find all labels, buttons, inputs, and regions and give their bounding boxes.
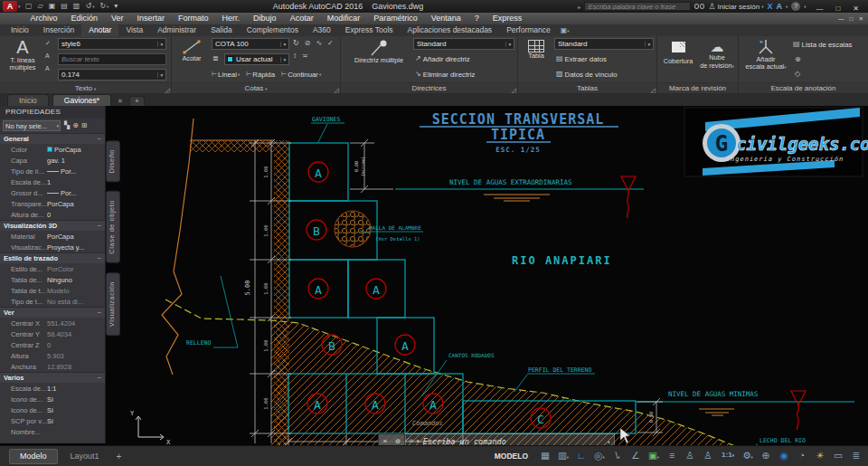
property-row[interactable]: Altura5.903 [0, 350, 105, 361]
texto-launcher-icon[interactable]: ◿ [165, 87, 170, 94]
revision-panel-footer[interactable]: Marca de revisión [657, 82, 738, 93]
model-tab[interactable]: Modelo [9, 449, 58, 464]
ribbon-tab-a360[interactable]: A360 [306, 24, 338, 36]
ribbon-tab-vista[interactable]: Vista [118, 24, 150, 36]
property-row[interactable]: Transpare...PorCapa [0, 198, 105, 209]
property-row[interactable]: Anchura12.8928 [0, 361, 105, 372]
multileader-button[interactable]: Directriz múltiple [348, 39, 410, 64]
annotation-visibility-icon[interactable]: ♙ [681, 445, 699, 466]
property-value[interactable]: Ninguno [47, 276, 105, 284]
property-row[interactable]: SCP por v...Sí [0, 415, 105, 426]
mleader-style-combo[interactable]: Standard▾ [413, 38, 514, 50]
revision-cloud-button[interactable]: ☁ Nube de revisión▾ [698, 39, 736, 70]
linear-dim-button[interactable]: ⊢Lineal▾ [212, 70, 244, 79]
autocad-logo-icon[interactable]: A [3, 1, 17, 12]
ribbon-tab-administrar[interactable]: Administrar [150, 24, 203, 36]
logo-dropdown-icon[interactable]: ▾ [18, 4, 21, 9]
dim-break-icon[interactable]: ⊘ [305, 39, 311, 48]
polar-tracking-icon[interactable]: ◎▾ [590, 445, 609, 466]
isolate-objects-icon[interactable]: ☀ [811, 445, 829, 466]
ribbon-tab-inicio[interactable]: Inicio [4, 24, 36, 36]
cotas-panel-footer[interactable]: Cotas▾ [172, 82, 340, 93]
continue-dim-button[interactable]: ⊢Continuar▾ [281, 70, 326, 79]
close-button[interactable]: ✕ [846, 5, 865, 13]
property-row[interactable]: Nombre... [0, 426, 105, 437]
command-close-icon[interactable]: ✕ [383, 437, 388, 445]
menu-dibujo[interactable]: Dibujo [247, 13, 284, 24]
collapse-icon[interactable]: − [98, 134, 101, 145]
plot-icon[interactable]: ▥ [71, 1, 82, 12]
new-layout-button[interactable]: + [112, 452, 127, 461]
property-section-header[interactable]: General− [0, 133, 105, 144]
find-text-input[interactable] [58, 53, 166, 65]
qnew-icon[interactable]: ▢ [24, 1, 35, 12]
property-row[interactable]: MaterialPorCapa [0, 231, 105, 242]
property-value[interactable]: Sí [47, 417, 105, 425]
redo-icon[interactable]: ↻▾ [98, 1, 111, 13]
escala-panel-footer[interactable]: Escala de anotación [739, 82, 868, 93]
property-value[interactable]: 1:1 [47, 385, 105, 393]
collapse-icon[interactable]: − [98, 221, 101, 232]
property-row[interactable]: Tabla de...Ninguno [0, 274, 105, 285]
acotar-button[interactable]: Acotar [175, 39, 209, 62]
a360-icon[interactable]: A [776, 2, 782, 11]
property-row[interactable]: Centrar Y58.4034 [0, 328, 105, 339]
add-leader-button[interactable]: ↗ Añadir directriz [415, 54, 470, 63]
help-search-input[interactable] [584, 2, 691, 11]
table-style-combo[interactable]: Standard▾ [554, 38, 654, 50]
annotation-autoscale-icon[interactable]: ♙ [699, 445, 717, 466]
menu-edicion[interactable]: Edición [64, 13, 105, 24]
menu-acotar[interactable]: Acotar [283, 13, 320, 24]
dim-update-icon[interactable]: ↻ [293, 39, 299, 48]
find-text-icon[interactable]: A [45, 52, 51, 61]
doc-tab-gaviones[interactable]: Gaviones* [52, 94, 111, 106]
property-value[interactable]: 1 [47, 178, 105, 186]
texto-panel-footer[interactable]: Texto▾ [0, 82, 171, 93]
property-row[interactable]: Escala de...1:1 [0, 383, 105, 394]
hardware-acceleration-icon[interactable]: ◉ [775, 445, 793, 466]
property-value[interactable]: Por... [47, 189, 105, 197]
dim-layer-combo[interactable]: Usar actual▾ [224, 53, 289, 65]
clean-screen-icon[interactable]: ▭ [829, 445, 847, 466]
property-value[interactable]: 551.4204 [47, 319, 105, 328]
signin-button[interactable]: ♙ Iniciar sesión ▾ [708, 2, 763, 11]
text-style-combo[interactable]: style6▾ [58, 38, 166, 50]
menu-ver[interactable]: Ver [105, 13, 131, 24]
property-value[interactable]: PorCapa [47, 200, 105, 208]
menu-archivo[interactable]: Archivo [24, 13, 64, 24]
property-value[interactable]: 0 [47, 341, 105, 349]
property-row[interactable]: Visualizac...Proyecta y... [0, 242, 105, 252]
ribbon-tab-aplicaciones[interactable]: Aplicaciones destacadas [401, 24, 500, 36]
property-row[interactable]: Capagav. 1 [0, 155, 105, 166]
cotas-launcher-icon[interactable]: ◿ [335, 87, 339, 94]
property-value[interactable]: 0 [47, 211, 105, 219]
isodraft-icon[interactable]: \▾ [609, 445, 627, 466]
menu-modificar[interactable]: Modificar [320, 13, 367, 24]
dim-style-combo[interactable]: COTA 100▾ [212, 38, 289, 50]
property-section-header[interactable]: Visualización 3D− [0, 220, 105, 231]
sync-scales-icon[interactable]: ◇ [795, 70, 800, 79]
drawing-canvas[interactable]: A B A A B A A A A C [0, 106, 868, 445]
property-value[interactable]: Sí [47, 395, 105, 404]
collapse-icon[interactable]: − [98, 253, 101, 264]
ribbon-tab-express-tools[interactable]: Express Tools [338, 24, 401, 36]
collapse-icon[interactable]: − [98, 373, 101, 384]
property-row[interactable]: Centrar Z0 [0, 339, 105, 350]
selection-combo[interactable]: No hay sele...▾ [3, 120, 61, 131]
property-row[interactable]: Tipo de t...No está di... [0, 296, 105, 307]
ribbon-tab-complementos[interactable]: Complementos [240, 24, 306, 36]
restore-button[interactable]: □ [829, 5, 846, 13]
workspace-switch-icon[interactable]: ⚙▾ [739, 445, 757, 466]
property-row[interactable]: Icono de...Sí [0, 404, 105, 415]
dim-jog-icon[interactable]: ∿ [316, 39, 322, 48]
property-value[interactable]: gav. 1 [47, 157, 105, 165]
dim-space-icon[interactable]: ↕ [293, 52, 297, 61]
property-value[interactable]: 58.4034 [47, 330, 105, 338]
grid-icon[interactable]: ▦ [536, 445, 554, 466]
customize-icon[interactable]: ≣ [847, 445, 865, 466]
ribbon-tab-performance[interactable]: Performance [499, 24, 558, 36]
doc-tab-close-icon[interactable]: ✕ [115, 98, 126, 106]
menu-formato[interactable]: Formato [172, 13, 216, 24]
annotation-scale-label[interactable]: 1:1▾ [717, 445, 739, 466]
saveas-icon[interactable]: ▤ [59, 1, 71, 12]
